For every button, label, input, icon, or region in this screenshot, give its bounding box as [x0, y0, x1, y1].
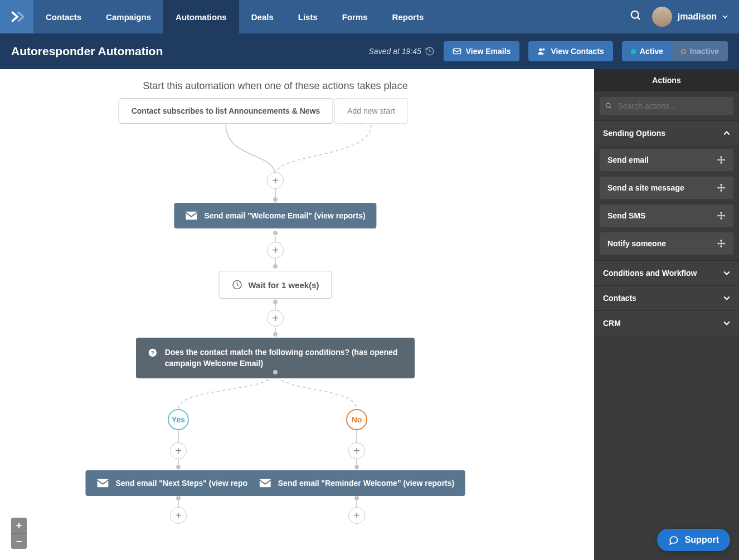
nav-contacts[interactable]: Contacts — [33, 0, 94, 33]
inactive-circle-icon — [681, 49, 686, 54]
node-label: Send email "Reminder Welcome" (view repo… — [278, 479, 454, 488]
status-inactive[interactable]: Inactive — [672, 41, 728, 61]
connector-dot — [176, 496, 181, 500]
add-step-button[interactable]: + — [348, 507, 365, 524]
send-welcome-email-node[interactable]: Send email "Welcome Email" (view reports… — [174, 203, 376, 228]
chevron-up-icon — [723, 130, 730, 137]
svg-line-1 — [638, 17, 640, 20]
nav-campaigns[interactable]: Campaigns — [94, 0, 163, 33]
mail-icon — [185, 211, 197, 221]
send-reminder-welcome-node[interactable]: Send email "Reminder Welcome" (view repo… — [248, 470, 465, 496]
action-label: Send a site message — [607, 183, 684, 192]
send-next-steps-node[interactable]: Send email "Next Steps" (view reports) — [85, 470, 271, 496]
section-contacts[interactable]: Contacts — [594, 285, 739, 310]
add-step-button[interactable]: + — [170, 442, 187, 459]
search-actions[interactable] — [600, 97, 733, 115]
connector-dot — [273, 264, 278, 269]
view-contacts-button[interactable]: View Contacts — [528, 41, 612, 61]
action-send-site-message[interactable]: Send a site message — [600, 177, 733, 199]
svg-rect-21 — [260, 479, 271, 487]
nav-deals[interactable]: Deals — [239, 0, 286, 33]
action-notify-someone[interactable]: Notify someone — [600, 232, 733, 255]
svg-point-0 — [631, 11, 639, 18]
status-active[interactable]: Active — [622, 41, 672, 61]
search-icon[interactable] — [630, 9, 642, 24]
svg-text:?: ? — [151, 349, 154, 356]
connector-dot — [273, 332, 278, 337]
section-label: Sending Options — [603, 129, 665, 138]
add-start-node[interactable]: Add new start — [334, 98, 408, 124]
svg-rect-20 — [98, 479, 109, 487]
node-label: Send email "Next Steps" (view reports) — [115, 479, 260, 488]
view-emails-button[interactable]: View Emails — [444, 41, 520, 61]
start-instruction: Start this automation when one of these … — [143, 80, 407, 92]
move-icon — [717, 239, 726, 248]
action-label: Notify someone — [607, 239, 666, 248]
chevron-down-icon — [723, 320, 730, 327]
question-icon: ? — [148, 347, 157, 359]
app-logo[interactable] — [0, 0, 33, 33]
action-send-email[interactable]: Send email — [600, 149, 733, 171]
avatar — [652, 7, 672, 27]
add-step-button[interactable]: + — [170, 507, 187, 524]
add-step-button[interactable]: + — [267, 172, 284, 189]
view-contacts-label: View Contacts — [551, 47, 604, 56]
view-emails-label: View Emails — [466, 47, 511, 56]
wait-node[interactable]: Wait for 1 week(s) — [219, 271, 332, 299]
chevron-down-icon — [723, 270, 730, 276]
trigger-node[interactable]: Contact subscribes to list Announcements… — [119, 98, 333, 124]
zoom-in-button[interactable]: + — [11, 518, 27, 533]
search-icon — [605, 102, 612, 110]
saved-text: Saved at 19:45 — [369, 47, 421, 56]
chevron-down-icon — [723, 295, 730, 301]
user-menu[interactable]: jmadison — [652, 7, 728, 27]
svg-rect-16 — [186, 212, 197, 220]
section-sending-options[interactable]: Sending Options — [594, 120, 739, 145]
zoom-controls: + − — [11, 518, 27, 549]
section-crm[interactable]: CRM — [594, 310, 739, 335]
node-label: Does the contact match the following con… — [165, 347, 402, 369]
add-step-button[interactable]: + — [267, 242, 284, 259]
section-conditions-workflow[interactable]: Conditions and Workflow — [594, 260, 739, 285]
connector-dot — [354, 465, 359, 469]
saved-status: Saved at 19:45 — [369, 46, 435, 56]
svg-point-3 — [539, 48, 542, 51]
connector-dot — [273, 197, 278, 202]
active-label: Active — [640, 47, 663, 56]
move-icon — [717, 155, 726, 164]
search-actions-input[interactable] — [617, 101, 728, 111]
support-button[interactable]: Support — [657, 529, 730, 551]
nav-forms[interactable]: Forms — [330, 0, 380, 33]
nav-reports[interactable]: Reports — [380, 0, 436, 33]
section-label: Conditions and Workflow — [603, 269, 697, 277]
action-send-sms[interactable]: Send SMS — [600, 204, 733, 227]
page-title: Autoresponder Automation — [11, 45, 360, 58]
inactive-label: Inactive — [690, 47, 719, 56]
node-label: Send email "Welcome Email" (view reports… — [204, 211, 365, 220]
add-step-button[interactable]: + — [267, 310, 284, 327]
connector-dot — [176, 465, 181, 469]
node-label: Wait for 1 week(s) — [249, 280, 319, 290]
actions-sidebar: Actions Sending Options Send email Send … — [594, 69, 739, 560]
nav-automations[interactable]: Automations — [163, 0, 239, 33]
zoom-out-button[interactable]: − — [11, 533, 27, 549]
automation-canvas[interactable]: Start this automation when one of these … — [0, 69, 594, 560]
user-label: jmadison — [678, 12, 717, 22]
mail-icon — [259, 478, 271, 488]
action-label: Send SMS — [607, 211, 645, 220]
move-icon — [717, 183, 726, 192]
connector-dot — [273, 370, 278, 374]
add-step-button[interactable]: + — [348, 442, 365, 459]
clock-icon — [232, 279, 243, 290]
move-icon — [717, 211, 726, 220]
branch-no[interactable]: No — [346, 409, 367, 430]
branch-yes[interactable]: Yes — [168, 409, 189, 430]
history-icon[interactable] — [425, 46, 435, 56]
svg-point-4 — [543, 48, 545, 51]
svg-rect-2 — [453, 48, 460, 53]
connector-dot — [354, 496, 359, 500]
chevron-down-icon — [722, 14, 728, 20]
connector-dot — [273, 300, 278, 304]
nav-lists[interactable]: Lists — [286, 0, 330, 33]
support-label: Support — [685, 535, 719, 545]
